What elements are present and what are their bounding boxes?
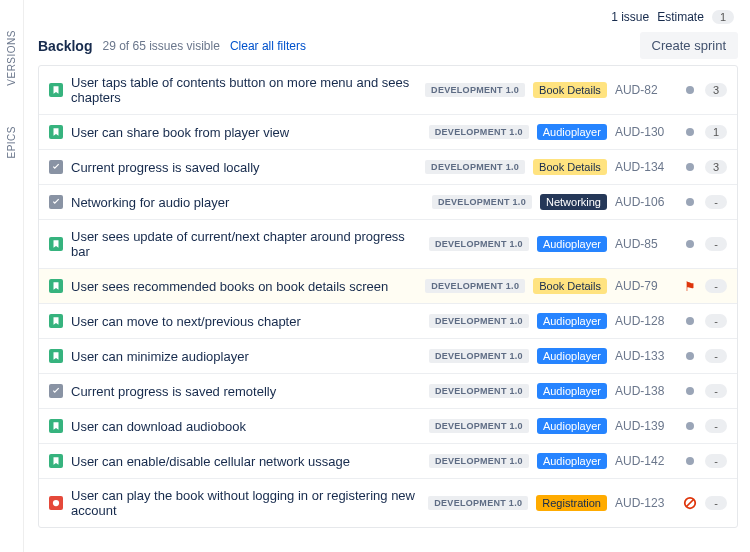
version-badge: DEVELOPMENT 1.0 <box>425 160 525 174</box>
story-icon <box>49 279 63 293</box>
issue-id: AUD-130 <box>615 125 675 139</box>
visible-count: 29 of 65 issues visible <box>102 39 219 53</box>
version-badge: DEVELOPMENT 1.0 <box>429 237 529 251</box>
task-icon <box>49 195 63 209</box>
flag-icon: ⚑ <box>683 279 697 293</box>
issue-row[interactable]: Networking for audio playerDEVELOPMENT 1… <box>39 185 737 220</box>
issue-row[interactable]: User can play the book without logging i… <box>39 479 737 527</box>
issue-summary: User can download audiobook <box>71 419 421 434</box>
issue-row[interactable]: User can minimize audioplayerDEVELOPMENT… <box>39 339 737 374</box>
priority-icon <box>683 384 697 398</box>
backlog-title: Backlog <box>38 38 92 54</box>
epic-badge[interactable]: Audioplayer <box>537 383 607 399</box>
epic-badge[interactable]: Book Details <box>533 278 607 294</box>
issue-summary: Current progress is saved remotelly <box>71 384 421 399</box>
estimate-badge: - <box>705 237 727 251</box>
estimate-label: Estimate <box>657 10 704 24</box>
story-icon <box>49 125 63 139</box>
task-icon <box>49 160 63 174</box>
story-icon <box>49 237 63 251</box>
issue-id: AUD-142 <box>615 454 675 468</box>
epic-badge[interactable]: Audioplayer <box>537 236 607 252</box>
epic-badge[interactable]: Audioplayer <box>537 453 607 469</box>
issue-row[interactable]: Current progress is saved locallyDEVELOP… <box>39 150 737 185</box>
sidebar: VERSIONS EPICS <box>0 0 24 552</box>
clear-filters-link[interactable]: Clear all filters <box>230 39 306 53</box>
epic-badge[interactable]: Networking <box>540 194 607 210</box>
sidebar-tab-epics[interactable]: EPICS <box>6 106 17 179</box>
create-sprint-button[interactable]: Create sprint <box>640 32 738 59</box>
issue-summary: User sees update of current/next chapter… <box>71 229 421 259</box>
issue-id: AUD-106 <box>615 195 675 209</box>
issue-id: AUD-85 <box>615 237 675 251</box>
version-badge: DEVELOPMENT 1.0 <box>428 496 528 510</box>
version-badge: DEVELOPMENT 1.0 <box>429 314 529 328</box>
priority-icon <box>683 454 697 468</box>
bug-icon <box>49 496 63 510</box>
version-badge: DEVELOPMENT 1.0 <box>429 384 529 398</box>
version-badge: DEVELOPMENT 1.0 <box>425 83 525 97</box>
version-badge: DEVELOPMENT 1.0 <box>429 419 529 433</box>
issue-row[interactable]: User sees update of current/next chapter… <box>39 220 737 269</box>
estimate-badge: 3 <box>705 160 727 174</box>
version-badge: DEVELOPMENT 1.0 <box>425 279 525 293</box>
blocker-icon <box>683 496 697 510</box>
sidebar-tab-versions[interactable]: VERSIONS <box>6 10 17 106</box>
issue-summary: User sees recommended books on book deta… <box>71 279 417 294</box>
issue-row[interactable]: User can move to next/previous chapterDE… <box>39 304 737 339</box>
svg-line-2 <box>687 500 694 507</box>
issue-id: AUD-133 <box>615 349 675 363</box>
topbar: 1 issue Estimate 1 <box>38 8 738 32</box>
estimate-badge: - <box>705 349 727 363</box>
epic-badge[interactable]: Audioplayer <box>537 348 607 364</box>
issue-id: AUD-82 <box>615 83 675 97</box>
estimate-badge: 1 <box>705 125 727 139</box>
epic-badge[interactable]: Registration <box>536 495 607 511</box>
version-badge: DEVELOPMENT 1.0 <box>429 125 529 139</box>
issue-id: AUD-139 <box>615 419 675 433</box>
issue-summary: User can enable/disable cellular network… <box>71 454 421 469</box>
issue-id: AUD-134 <box>615 160 675 174</box>
issue-summary: User can share book from player view <box>71 125 421 140</box>
version-badge: DEVELOPMENT 1.0 <box>429 349 529 363</box>
estimate-pill: 1 <box>712 10 734 24</box>
backlog-header: Backlog 29 of 65 issues visible Clear al… <box>38 32 738 59</box>
estimate-badge: 3 <box>705 83 727 97</box>
estimate-badge: - <box>705 496 727 510</box>
epic-badge[interactable]: Audioplayer <box>537 418 607 434</box>
story-icon <box>49 314 63 328</box>
issue-id: AUD-138 <box>615 384 675 398</box>
task-icon <box>49 384 63 398</box>
issue-id: AUD-128 <box>615 314 675 328</box>
issue-summary: User can minimize audioplayer <box>71 349 421 364</box>
issue-row[interactable]: Current progress is saved remotellyDEVEL… <box>39 374 737 409</box>
issue-count: 1 issue <box>611 10 649 24</box>
epic-badge[interactable]: Book Details <box>533 159 607 175</box>
priority-icon <box>683 160 697 174</box>
issue-summary: Current progress is saved locally <box>71 160 417 175</box>
issue-row[interactable]: User can download audiobookDEVELOPMENT 1… <box>39 409 737 444</box>
estimate-badge: - <box>705 419 727 433</box>
priority-icon <box>683 314 697 328</box>
issue-row[interactable]: User taps table of contents button on mo… <box>39 66 737 115</box>
story-icon <box>49 83 63 97</box>
version-badge: DEVELOPMENT 1.0 <box>432 195 532 209</box>
version-badge: DEVELOPMENT 1.0 <box>429 454 529 468</box>
story-icon <box>49 419 63 433</box>
estimate-badge: - <box>705 314 727 328</box>
issue-id: AUD-123 <box>615 496 675 510</box>
epic-badge[interactable]: Book Details <box>533 82 607 98</box>
priority-icon <box>683 349 697 363</box>
issue-list: User taps table of contents button on mo… <box>38 65 738 528</box>
issue-row[interactable]: User can share book from player viewDEVE… <box>39 115 737 150</box>
issue-summary: User can move to next/previous chapter <box>71 314 421 329</box>
issue-row[interactable]: User can enable/disable cellular network… <box>39 444 737 479</box>
epic-badge[interactable]: Audioplayer <box>537 313 607 329</box>
epic-badge[interactable]: Audioplayer <box>537 124 607 140</box>
priority-icon <box>683 83 697 97</box>
issue-id: AUD-79 <box>615 279 675 293</box>
svg-point-0 <box>53 500 59 506</box>
estimate-badge: - <box>705 384 727 398</box>
issue-summary: User can play the book without logging i… <box>71 488 420 518</box>
issue-row[interactable]: User sees recommended books on book deta… <box>39 269 737 304</box>
